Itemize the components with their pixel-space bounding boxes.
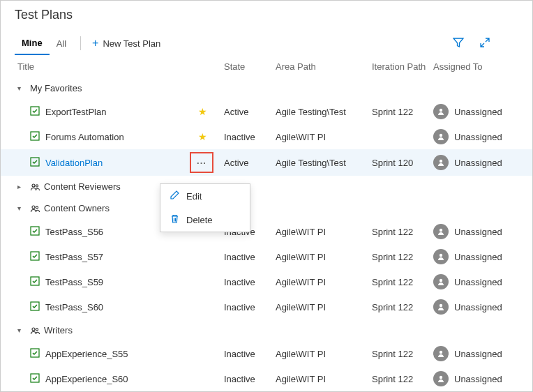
row-state: Inactive (224, 132, 276, 142)
row-area: Agile\WIT PI (276, 374, 372, 384)
col-area[interactable]: Area Path (276, 61, 372, 72)
svg-point-21 (440, 351, 442, 354)
expand-icon[interactable] (479, 37, 490, 50)
row-area: Agile\WIT PI (276, 349, 372, 359)
menu-edit-label: Edit (186, 191, 202, 202)
row-title: TestPass_S60 (45, 302, 103, 312)
test-plan-icon (30, 301, 40, 313)
avatar (433, 249, 449, 264)
table-row[interactable]: ValidationPlan ··· Active Agile Testing\… (1, 149, 532, 176)
table-row[interactable]: AppExperience_S60 Inactive Agile\WIT PI … (1, 366, 532, 391)
chevron-down-icon: ▾ (17, 84, 26, 92)
svg-point-1 (440, 109, 442, 112)
star-icon[interactable]: ★ (198, 131, 207, 142)
page-title: Test Plans (15, 8, 518, 22)
assigned-label: Unassigned (454, 107, 502, 117)
row-iteration: Sprint 122 (372, 252, 433, 262)
col-title[interactable]: Title (17, 61, 224, 72)
plus-icon: + (92, 37, 98, 50)
assigned-label: Unassigned (454, 132, 502, 142)
chevron-down-icon: ▾ (17, 326, 26, 334)
people-icon (30, 182, 40, 192)
menu-delete-label: Delete (186, 215, 213, 225)
assigned-label: Unassigned (454, 227, 502, 237)
row-title: Forums Automation (45, 132, 124, 142)
row-area: Agile\WIT PI (276, 227, 372, 237)
table-row[interactable]: Forums Automation ★ Inactive Agile\WIT P… (1, 124, 532, 149)
menu-edit[interactable]: Edit (160, 184, 250, 208)
svg-point-18 (32, 328, 35, 331)
svg-point-13 (440, 254, 442, 257)
col-state[interactable]: State (224, 61, 276, 72)
assigned-label: Unassigned (454, 349, 502, 359)
avatar (433, 129, 449, 144)
filter-icon[interactable] (453, 37, 464, 50)
row-area: Agile Testing\Test (276, 158, 372, 168)
avatar (433, 104, 449, 119)
avatar (433, 299, 449, 315)
new-test-plan-button[interactable]: + New Test Plan (88, 34, 165, 52)
row-iteration: Sprint 120 (372, 158, 433, 168)
group-content-reviewers[interactable]: ▸ Content Reviewers (1, 176, 532, 197)
assigned-label: Unassigned (454, 252, 502, 262)
svg-rect-2 (31, 132, 39, 140)
row-iteration: Sprint 122 (372, 349, 433, 359)
test-plan-icon (30, 348, 40, 360)
avatar (433, 371, 449, 386)
group-content-owners[interactable]: ▾ Content Owners (1, 197, 532, 219)
row-iteration: Sprint 122 (372, 227, 433, 237)
svg-rect-20 (31, 349, 39, 357)
row-assigned: Unassigned (433, 299, 533, 315)
toolbar: Mine All + New Test Plan (15, 31, 518, 56)
menu-delete[interactable]: Delete (160, 208, 250, 232)
row-assigned: Unassigned (433, 274, 533, 289)
svg-rect-12 (31, 252, 39, 260)
toolbar-divider (80, 36, 81, 50)
row-area: Agile\WIT PI (276, 302, 372, 312)
avatar (433, 224, 449, 239)
table-row[interactable]: TestPass_S59 Inactive Agile\WIT PI Sprin… (1, 269, 532, 294)
table-row[interactable]: AppExperience_S55 Inactive Agile\WIT PI … (1, 341, 532, 366)
row-state: Active (224, 107, 276, 117)
star-icon[interactable]: ★ (198, 106, 207, 117)
assigned-label: Unassigned (454, 302, 502, 312)
row-title: TestPass_S56 (45, 227, 103, 237)
group-writers[interactable]: ▾ Writers (1, 319, 532, 341)
row-area: Agile Testing\Test (276, 107, 372, 117)
col-iteration[interactable]: Iteration Path (372, 61, 433, 72)
trash-icon (170, 214, 179, 225)
row-state: Inactive (224, 374, 276, 384)
test-plan-icon (30, 251, 40, 263)
table-row[interactable]: ExportTestPlan ★ Active Agile Testing\Te… (1, 99, 532, 124)
row-area: Agile\WIT PI (276, 252, 372, 262)
test-plan-icon (30, 157, 40, 169)
group-my-favorites[interactable]: ▾ My Favorites (1, 77, 532, 99)
new-test-plan-label: New Test Plan (103, 38, 160, 49)
col-assigned[interactable]: Assigned To (433, 61, 533, 72)
more-actions-button[interactable]: ··· (192, 154, 211, 171)
test-plan-icon (30, 276, 40, 288)
group-label: Writers (44, 325, 73, 336)
row-assigned: Unassigned (433, 129, 533, 144)
row-state: Active (224, 158, 276, 168)
svg-point-3 (440, 134, 442, 137)
assigned-label: Unassigned (454, 158, 502, 168)
row-iteration: Sprint 122 (372, 277, 433, 287)
table-row[interactable]: TestPass_S56 Inactive Agile\WIT PI Sprin… (1, 219, 532, 244)
pencil-icon (170, 190, 179, 202)
tab-all[interactable]: All (50, 33, 73, 54)
people-icon (30, 326, 40, 336)
chevron-right-icon: ▸ (17, 183, 26, 190)
row-assigned: Unassigned (433, 371, 533, 386)
avatar (433, 346, 449, 361)
row-title: ValidationPlan (45, 158, 103, 168)
row-assigned: Unassigned (433, 224, 533, 239)
table-row[interactable]: TestPass_S60 Inactive Agile\WIT PI Sprin… (1, 294, 532, 319)
test-plan-icon (30, 106, 40, 118)
svg-rect-0 (31, 107, 39, 115)
svg-point-19 (36, 328, 38, 330)
tab-mine[interactable]: Mine (15, 32, 50, 55)
row-assigned: Unassigned (433, 155, 533, 170)
table-row[interactable]: TestPass_S57 Inactive Agile\WIT PI Sprin… (1, 244, 532, 269)
row-assigned: Unassigned (433, 104, 533, 119)
